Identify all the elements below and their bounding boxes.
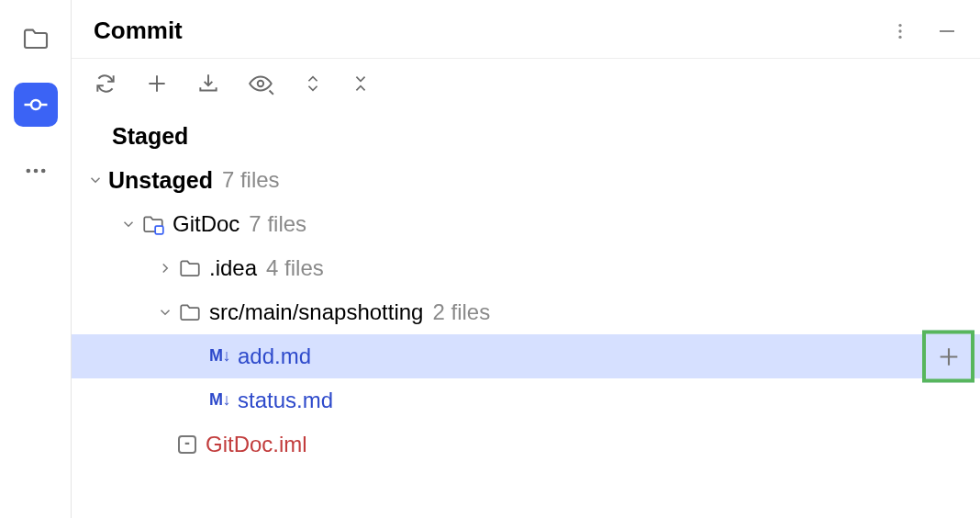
file-node-status[interactable]: M↓ status.md <box>72 378 980 422</box>
project-tool-button[interactable] <box>14 17 58 61</box>
svg-point-5 <box>40 169 45 174</box>
folder-outline-icon <box>21 24 50 53</box>
svg-point-12 <box>258 81 263 86</box>
expand-icon <box>303 72 323 96</box>
panel-minimize-button[interactable] <box>936 20 958 42</box>
folder-name: src/main/snapshotting <box>209 299 423 326</box>
module-file-icon: - <box>178 435 196 454</box>
project-folder-icon <box>141 212 165 236</box>
svg-point-7 <box>898 29 901 32</box>
folder-count: 4 files <box>266 255 324 282</box>
commit-toolbar <box>72 59 980 105</box>
expand-all-button[interactable] <box>303 72 323 96</box>
unstaged-section[interactable]: Unstaged 7 files <box>72 158 980 202</box>
panel-header: Commit <box>72 0 980 59</box>
minimize-icon <box>936 20 958 42</box>
svg-point-3 <box>26 169 30 174</box>
more-horizontal-icon <box>23 158 49 184</box>
commit-tool-button[interactable] <box>14 83 58 127</box>
project-name: GitDoc <box>173 211 239 238</box>
folder-icon <box>178 300 202 324</box>
file-name: status.md <box>238 388 333 414</box>
svg-point-8 <box>898 35 901 38</box>
changes-tree: Staged Unstaged 7 files GitDoc 7 files <box>72 105 980 467</box>
project-node[interactable]: GitDoc 7 files <box>72 202 980 246</box>
more-tool-button[interactable] <box>14 149 58 193</box>
eye-icon <box>248 72 275 96</box>
chevron-down-icon[interactable] <box>152 304 178 321</box>
file-node-add[interactable]: M↓ add.md <box>72 334 980 378</box>
shelve-button[interactable] <box>196 72 220 96</box>
unstaged-label: Unstaged <box>108 166 213 194</box>
file-name: add.md <box>238 343 311 370</box>
left-rail <box>0 0 72 518</box>
markdown-file-icon: M↓ <box>209 346 230 366</box>
unstaged-count: 7 files <box>222 167 280 194</box>
svg-rect-13 <box>155 226 163 234</box>
collapse-icon <box>351 72 371 96</box>
collapse-all-button[interactable] <box>351 72 371 96</box>
folder-icon <box>178 256 202 280</box>
staged-section[interactable]: Staged <box>72 114 980 158</box>
file-name: GitDoc.iml <box>206 432 307 458</box>
panel-title: Commit <box>94 17 183 45</box>
chevron-right-icon[interactable] <box>152 260 178 276</box>
more-vertical-icon <box>890 21 910 41</box>
add-button[interactable] <box>145 72 169 96</box>
download-tray-icon <box>196 72 220 96</box>
svg-point-4 <box>33 169 38 174</box>
chevron-down-icon[interactable] <box>83 172 108 188</box>
svg-point-6 <box>898 23 901 26</box>
file-node-iml[interactable]: - GitDoc.iml <box>72 422 980 467</box>
folder-node-src[interactable]: src/main/snapshotting 2 files <box>72 290 980 334</box>
folder-count: 2 files <box>432 299 490 326</box>
commit-panel: Commit <box>72 0 980 518</box>
refresh-icon <box>94 72 117 96</box>
plus-icon <box>145 72 169 96</box>
staged-label: Staged <box>112 122 188 150</box>
stage-file-button[interactable] <box>922 331 974 383</box>
commit-node-icon <box>22 91 50 118</box>
markdown-file-icon: M↓ <box>209 390 230 411</box>
project-count: 7 files <box>249 211 306 238</box>
preview-diff-button[interactable] <box>248 72 275 96</box>
refresh-button[interactable] <box>94 72 117 96</box>
chevron-down-icon[interactable] <box>116 216 141 232</box>
plus-icon <box>936 343 962 369</box>
folder-name: .idea <box>209 255 257 282</box>
panel-options-button[interactable] <box>890 21 910 41</box>
folder-node-idea[interactable]: .idea 4 files <box>72 246 980 290</box>
svg-point-1 <box>31 100 40 109</box>
